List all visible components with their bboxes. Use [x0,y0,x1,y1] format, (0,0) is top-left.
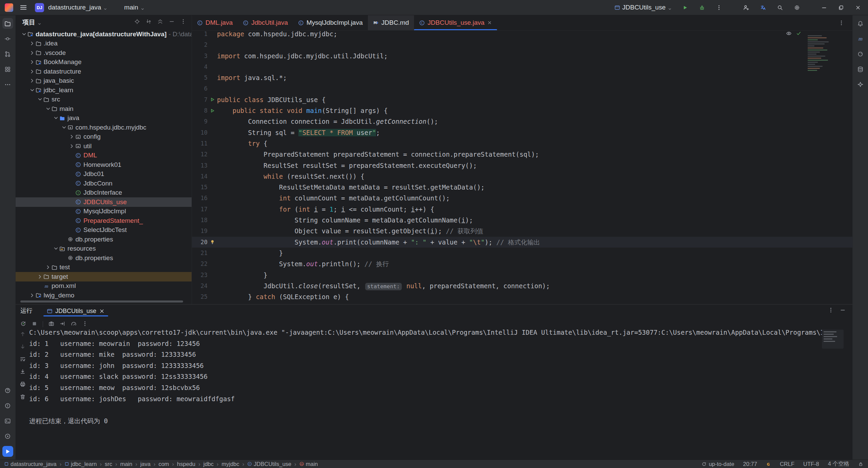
tree-chevron-icon[interactable] [68,143,75,149]
main-menu-button[interactable] [19,3,27,12]
scroll-to-source-button[interactable] [146,19,152,26]
status-widget-UTF-8[interactable]: UTF-8 [803,461,819,467]
tree-item-SelectJdbcTest[interactable]: CSelectJdbcTest [16,226,192,235]
more-v-button[interactable] [180,19,186,26]
tree-item-config[interactable]: config [16,132,192,142]
code-line-16[interactable]: 16 int columnCount = metaData.getColumnC… [192,193,852,203]
console-minimap[interactable] [822,330,844,349]
tree-chevron-icon[interactable] [37,274,43,279]
code-line-15[interactable]: 15 ResultSetMetaData metaData = resultSe… [192,182,852,193]
code-line-10[interactable]: 10 String sql = "SELECT * FROM user"; [192,127,852,138]
code-line-22[interactable]: 22 System.out.println(); // 换行 [192,258,852,269]
tree-item-.idea[interactable]: .idea [16,39,192,48]
code-line-2[interactable]: 2 [192,39,852,50]
breadcrumb-item-myjdbc[interactable]: myjdbc [222,461,239,467]
collapse-all-button[interactable] [157,19,163,26]
intention-gutter-slot[interactable] [208,239,217,245]
locate-button[interactable] [134,19,140,26]
debug-bug-button[interactable] [698,3,706,12]
status-widget-up-to-date[interactable]: up-to-date [702,461,734,467]
pull-requests-tool-button[interactable] [2,48,13,59]
rerun-button[interactable] [20,321,26,328]
tree-chevron-icon[interactable] [29,69,36,74]
tree-item-.vscode[interactable]: .vscode [16,48,192,58]
code-line-25[interactable]: 25 } catch (SQLException e) { [192,291,852,302]
code-line-4[interactable]: 4 [192,61,852,72]
tree-item-src[interactable]: src [16,95,192,104]
breadcrumb-item-JDBCUtils_use[interactable]: CJDBCUtils_use [247,461,291,467]
tab-JDBCUtils_use.java[interactable]: CJDBCUtils_use.java [414,15,497,30]
code-editor[interactable]: 1package com.hspedu.jdbc.myjdbc;23import… [192,28,852,302]
structure-tool-button[interactable] [2,64,13,75]
run-tab[interactable]: JDBCUtils_use [43,305,108,315]
code-line-11[interactable]: 11 try { [192,138,852,149]
tree-chevron-icon[interactable] [53,246,59,251]
code-line-3[interactable]: 3import com.hspedu.jdbc.myjdbc.util.Jdbc… [192,51,852,61]
gradle-tool-button[interactable] [855,48,866,59]
commit-tool-button[interactable] [2,33,13,44]
tree-item-jdbc_learn[interactable]: jdbc_learn [16,85,192,95]
more-v-button[interactable] [715,3,723,12]
tab-options-icon[interactable] [839,20,844,26]
code-line-7[interactable]: 7public class JDBCUtils_use { [192,94,852,105]
status-widget-lock[interactable] [858,462,863,467]
search-button[interactable] [776,3,784,12]
tree-item-main[interactable]: main [16,104,192,114]
code-line-9[interactable]: 9 Connection connection = JdbcUtil.getCo… [192,116,852,127]
code-line-21[interactable]: 21 } [192,248,852,258]
tree-chevron-icon[interactable] [29,41,36,46]
tree-item-PreparedStatement_[interactable]: CPreparedStatement_ [16,216,192,226]
run-tool-button[interactable] [2,446,13,457]
breadcrumb-item-com[interactable]: com [158,461,169,467]
status-widget-g-badge[interactable]: G [766,462,771,467]
help-tool-button[interactable] [2,385,13,396]
notifications-tool-button[interactable] [855,18,866,29]
hide-button[interactable] [840,307,846,314]
tree-item-util[interactable]: util [16,141,192,151]
gutter-run-icon[interactable] [210,108,215,113]
tree-item-JdbcConn[interactable]: CJdbcConn [16,179,192,188]
tree-chevron-icon[interactable] [53,115,59,121]
code-line-24[interactable]: 24 JdbcUtil.close(resultSet, statement: … [192,280,852,291]
tree-chevron-icon[interactable] [29,293,36,298]
tree-item-pom.xml[interactable]: mpom.xml [16,281,192,291]
code-line-5[interactable]: 5import java.sql.*; [192,72,852,83]
gutter-run-icon[interactable] [210,97,215,102]
tree-chevron-icon[interactable] [61,125,67,130]
intellij-logo-icon[interactable] [5,3,13,12]
tree-chevron-icon[interactable] [21,32,27,37]
code-line-12[interactable]: 12 PreparedStatement preparedStatement =… [192,149,852,160]
tree-chevron-icon[interactable] [29,87,36,93]
tree-item-Homework01[interactable]: CHomework01 [16,160,192,170]
maximize-button[interactable] [837,3,845,12]
tree-item-resources[interactable]: resources [16,244,192,254]
maven-tool-button[interactable]: m [855,33,866,44]
minimize-button[interactable] [820,3,828,12]
clear-button[interactable] [20,394,26,401]
tree-chevron-icon[interactable] [45,265,52,270]
settings-button[interactable] [793,3,801,12]
tree-item-test[interactable]: test [16,263,192,272]
run-configuration-selector[interactable]: JDBCUtils_use [614,4,672,11]
run-gutter-slot[interactable] [208,108,217,113]
tree-chevron-icon[interactable] [29,59,36,65]
code-line-13[interactable]: 13 ResultSet resultSet = preparedStateme… [192,160,852,171]
tree-item-datastructure_java[interactable]: datastructure_java [datastructureWithJav… [16,30,192,39]
terminal-tool-button[interactable] [2,415,13,426]
bulb-icon[interactable] [210,239,215,245]
breadcrumb-item-src[interactable]: src [105,461,112,467]
more-v-button[interactable] [828,307,834,314]
code-line-23[interactable]: 23 } [192,270,852,280]
code-line-8[interactable]: 8 public static void main(String[] args)… [192,105,852,116]
project-panel-title[interactable]: 项目 [22,18,35,27]
run-play-button[interactable] [681,3,689,12]
code-line-1[interactable]: 1package com.hspedu.jdbc.myjdbc; [192,28,852,39]
breadcrumb-item-main[interactable]: mmain [299,461,318,467]
tree-item-DML[interactable]: CDML [16,151,192,160]
run-panel-title[interactable]: 运行 [20,307,33,315]
chevron-down-icon[interactable] [37,20,42,25]
tree-item-target[interactable]: target [16,272,192,281]
tab-MysqlJdbcImpl.java[interactable]: CMysqlJdbcImpl.java [293,15,368,30]
database-tool-button[interactable] [855,64,866,75]
tree-chevron-icon[interactable] [45,106,52,112]
